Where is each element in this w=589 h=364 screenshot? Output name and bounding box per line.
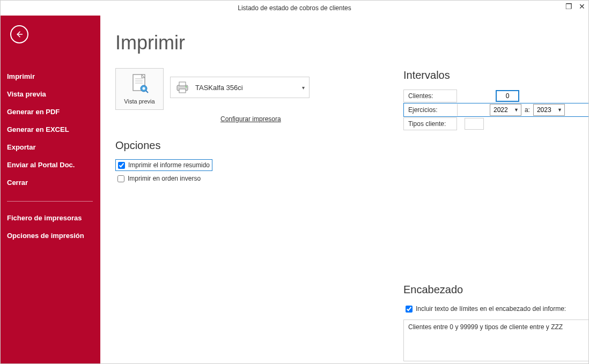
ejercicios-to-value: 2023 [537, 106, 554, 114]
encabezado-textarea[interactable]: Clientes entre 0 y 99999 y tipos de clie… [403, 320, 588, 361]
ejercicios-row: Ejercicios: 2022 ▼ a: 2023 ▼ [403, 103, 588, 117]
encabezado-text: Clientes entre 0 y 99999 y tipos de clie… [408, 323, 563, 331]
incluir-texto-row[interactable]: Incluir texto de límites en el encabezad… [403, 303, 588, 314]
chevron-down-icon: ▼ [557, 107, 562, 113]
ejercicios-label: Ejercicios: [404, 104, 458, 116]
opciones-heading: Opciones [115, 139, 572, 152]
svg-line-6 [146, 91, 148, 93]
sidebar-item-label: Fichero de impresoras [7, 214, 82, 222]
opcion-inverso-row[interactable]: Imprimir en orden inverso [115, 173, 572, 184]
inverso-checkbox[interactable] [117, 175, 124, 182]
ejercicios-from-value: 2022 [494, 106, 511, 114]
tipos-cliente-row: Tipos cliente: a: [403, 117, 588, 131]
incluir-texto-label: Incluir texto de límites en el encabezad… [416, 305, 566, 313]
ejercicios-from-select[interactable]: 2022 ▼ [490, 104, 521, 116]
document-preview-icon [130, 73, 149, 95]
clientes-label: Clientes: [403, 90, 457, 102]
sidebar-item-label: Enviar al Portal Doc. [7, 161, 75, 169]
sidebar-item-generar-excel[interactable]: Generar en EXCEL [1, 121, 100, 138]
sidebar-item-label: Exportar [7, 143, 35, 151]
printer-icon [175, 81, 190, 94]
inverso-label: Imprimir en orden inverso [128, 175, 201, 182]
opcion-resumido-row[interactable]: Imprimir el informe resumido [116, 160, 212, 170]
printer-name: TASKalfa 356ci [195, 84, 302, 92]
intervalos-heading: Intervalos [403, 69, 588, 81]
resumido-label: Imprimir el informe resumido [128, 161, 210, 169]
sidebar-item-generar-pdf[interactable]: Generar en PDF [1, 103, 100, 121]
sidebar: Imprimir Vista previa Generar en PDF Gen… [1, 16, 100, 363]
clientes-row: Clientes: a: [403, 89, 588, 103]
page-heading: Imprimir [115, 32, 572, 54]
svg-rect-9 [179, 89, 186, 93]
ejercicios-to-select[interactable]: 2023 ▼ [533, 104, 565, 116]
resumido-checkbox[interactable] [118, 162, 125, 169]
svg-point-5 [143, 87, 145, 90]
svg-point-10 [186, 86, 187, 88]
a-label: a: [525, 106, 530, 114]
back-button[interactable] [10, 25, 28, 43]
svg-rect-8 [179, 82, 186, 86]
title-bar: Listado de estado de cobros de clientes … [1, 1, 588, 16]
sidebar-separator [7, 201, 93, 202]
vista-previa-label: Vista previa [124, 98, 154, 105]
maximize-icon[interactable]: ❐ [565, 2, 572, 11]
sidebar-item-vista-previa[interactable]: Vista previa [1, 85, 100, 103]
window-title: Listado de estado de cobros de clientes [238, 4, 351, 12]
tipos-cliente-label: Tipos cliente: [403, 117, 457, 130]
clientes-from-input[interactable] [496, 90, 519, 102]
incluir-texto-checkbox[interactable] [406, 306, 413, 313]
sidebar-item-label: Vista previa [7, 90, 46, 98]
sidebar-item-label: Generar en PDF [7, 108, 60, 116]
chevron-down-icon: ▾ [302, 85, 305, 91]
tipos-from-input[interactable] [465, 118, 484, 130]
sidebar-item-label: Cerrar [7, 179, 28, 187]
chevron-down-icon: ▼ [514, 107, 519, 113]
sidebar-item-imprimir[interactable]: Imprimir [1, 68, 100, 85]
configurar-impresora-link[interactable]: Configurar impresora [220, 115, 281, 123]
sidebar-item-label: Opciones de impresión [7, 232, 84, 240]
close-icon[interactable]: ✕ [579, 2, 585, 11]
sidebar-item-exportar[interactable]: Exportar [1, 138, 100, 156]
sidebar-item-opciones-impresion[interactable]: Opciones de impresión [1, 227, 100, 244]
sidebar-item-enviar-portal[interactable]: Enviar al Portal Doc. [1, 156, 100, 174]
vista-previa-button[interactable]: Vista previa [115, 68, 164, 110]
sidebar-item-fichero-impresoras[interactable]: Fichero de impresoras [1, 209, 100, 227]
encabezado-heading: Encabezado [403, 284, 588, 296]
arrow-left-icon [14, 29, 24, 39]
sidebar-item-label: Generar en EXCEL [7, 125, 69, 133]
sidebar-item-label: Imprimir [7, 72, 35, 80]
sidebar-item-cerrar[interactable]: Cerrar [1, 174, 100, 191]
printer-select-dropdown[interactable]: TASKalfa 356ci ▾ [170, 77, 310, 98]
